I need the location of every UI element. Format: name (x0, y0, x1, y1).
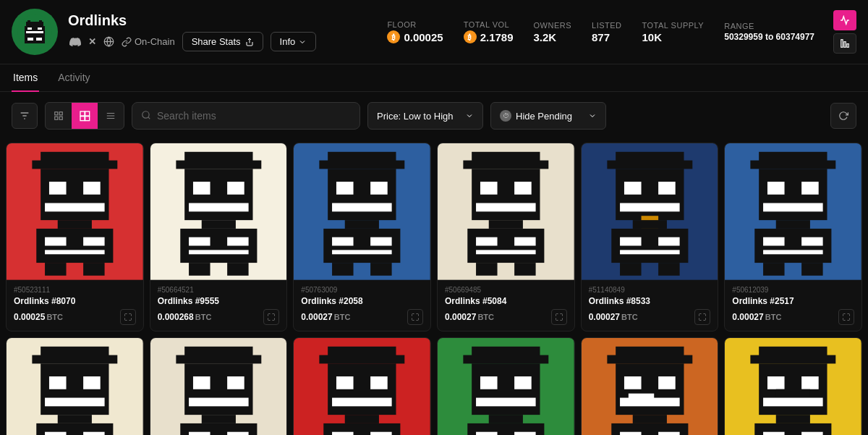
large-grid-view-button[interactable] (72, 103, 98, 129)
refresh-button[interactable] (830, 103, 856, 129)
pending-dropdown[interactable]: ⏱ Hide Pending (490, 102, 606, 130)
svg-rect-195 (776, 389, 810, 397)
tabs-bar: Items Activity (0, 64, 868, 92)
web-link[interactable] (103, 36, 114, 47)
item-scan-icon[interactable] (263, 309, 279, 325)
svg-rect-71 (370, 237, 391, 246)
item-card[interactable]: #50664521 Ordlinks #9555 0.000268BTC (150, 143, 288, 331)
svg-rect-10 (36, 38, 42, 41)
stats-group: FLOOR ₿ 0.00025 TOTAL VOL ₿ 2.1789 OWNER… (387, 20, 814, 43)
bar-chart-button[interactable] (833, 33, 856, 54)
item-scan-icon[interactable] (120, 309, 136, 325)
item-name: Ordlinks #8070 (14, 296, 136, 306)
item-price-row: 0.000268BTC (158, 309, 280, 325)
item-card[interactable]: #50512005 Ordlinks #7890 0.00027BTC (581, 337, 719, 435)
svg-rect-150 (336, 376, 354, 389)
item-card[interactable]: #50612039 Ordlinks #2517 0.00027BTC (724, 143, 862, 331)
on-chain-label: On-Chain (135, 36, 175, 47)
svg-rect-85 (514, 237, 535, 246)
item-scan-icon[interactable] (407, 309, 423, 325)
svg-rect-14 (841, 40, 843, 48)
item-card[interactable]: #50512006 Ordlinks #2345 0.00027BTC (724, 337, 862, 435)
svg-rect-22 (55, 117, 58, 119)
svg-rect-139 (201, 415, 235, 423)
svg-rect-65 (336, 182, 354, 195)
item-image (438, 338, 574, 435)
total-vol-value: ₿ 2.1789 (464, 30, 514, 43)
list-view-button[interactable] (98, 103, 124, 129)
item-info: #50612039 Ordlinks #2517 0.00027BTC (725, 280, 861, 331)
svg-rect-96 (620, 203, 680, 212)
svg-rect-193 (767, 376, 785, 389)
filter-button[interactable] (12, 103, 38, 129)
twitter-link[interactable]: ✕ (88, 36, 96, 47)
svg-rect-134 (176, 355, 261, 363)
svg-rect-155 (332, 431, 353, 435)
item-scan-icon[interactable] (551, 309, 567, 325)
svg-rect-102 (620, 263, 641, 276)
tab-items[interactable]: Items (12, 64, 39, 92)
total-supply-stat: TOTAL SUPPLY 10K (642, 21, 705, 43)
svg-rect-26 (80, 117, 85, 121)
svg-rect-72 (332, 250, 392, 254)
svg-rect-162 (463, 355, 548, 363)
item-price: 0.00027BTC (301, 312, 350, 322)
svg-rect-122 (49, 376, 67, 389)
svg-rect-197 (776, 415, 810, 423)
range-stat: RANGE 50329959 to 60374977 (724, 22, 814, 42)
items-grid: #50523111 Ordlinks #8070 0.00025BTC (0, 140, 868, 435)
svg-rect-81 (476, 203, 536, 212)
svg-rect-106 (751, 161, 836, 169)
svg-rect-169 (476, 431, 497, 435)
item-card[interactable]: #51140849 Ordlinks #8533 0.00027BTC (581, 143, 719, 331)
search-input[interactable] (157, 110, 351, 122)
item-card[interactable]: #50512003 Ordlinks #9012 0.00027BTC (293, 337, 431, 435)
grid-view-button[interactable] (46, 103, 72, 129)
svg-rect-82 (489, 220, 523, 229)
item-price: 0.000268BTC (158, 312, 212, 322)
svg-rect-199 (763, 431, 784, 435)
tab-activity[interactable]: Activity (56, 64, 91, 92)
item-image (294, 338, 430, 435)
svg-rect-15 (844, 42, 846, 48)
sort-label: Price: Low to High (377, 111, 454, 122)
svg-rect-66 (370, 182, 388, 195)
chart-activity-button[interactable] (833, 10, 856, 30)
svg-rect-115 (763, 250, 823, 254)
svg-rect-99 (620, 237, 641, 246)
item-image (150, 143, 287, 280)
item-card[interactable]: #50763009 Ordlinks #2058 0.00027BTC (293, 143, 431, 331)
search-bar[interactable] (132, 102, 360, 130)
item-name: Ordlinks #8533 (589, 296, 711, 306)
svg-rect-77 (463, 161, 548, 169)
item-info: #50763009 Ordlinks #2058 0.00027BTC (294, 280, 430, 331)
item-image (725, 338, 861, 435)
item-name: Ordlinks #2058 (301, 296, 423, 306)
pending-label: Hide Pending (516, 111, 572, 122)
owners-value: 3.2K (534, 31, 557, 43)
svg-rect-53 (189, 203, 249, 212)
item-card[interactable]: #50512004 Ordlinks #3456 0.00027BTC (437, 337, 575, 435)
item-card[interactable]: #50523111 Ordlinks #8070 0.00025BTC (6, 143, 144, 331)
svg-rect-74 (370, 263, 391, 276)
item-card[interactable]: #50512001 Ordlinks #1234 0.00027BTC (6, 337, 144, 435)
svg-rect-185 (658, 431, 679, 435)
on-chain-badge: On-Chain (122, 36, 175, 47)
svg-rect-54 (201, 220, 235, 229)
info-button[interactable]: Info (271, 32, 317, 51)
item-card[interactable]: #50512002 Ordlinks #5678 0.00027BTC (150, 337, 288, 435)
share-stats-button[interactable]: Share Stats (182, 32, 263, 51)
svg-rect-176 (607, 355, 692, 363)
item-scan-icon[interactable] (694, 309, 710, 325)
svg-rect-113 (763, 237, 784, 246)
sort-dropdown[interactable]: Price: Low to High (367, 102, 483, 130)
svg-rect-164 (480, 376, 498, 389)
svg-rect-138 (189, 397, 249, 406)
svg-rect-194 (801, 376, 819, 389)
collection-name: Ordlinks (68, 12, 316, 29)
share-stats-label: Share Stats (192, 36, 241, 47)
item-scan-icon[interactable] (838, 309, 854, 325)
svg-rect-86 (476, 250, 536, 254)
item-card[interactable]: #50669485 Ordlinks #5084 0.00027BTC (437, 143, 575, 331)
discord-link[interactable] (69, 36, 81, 48)
